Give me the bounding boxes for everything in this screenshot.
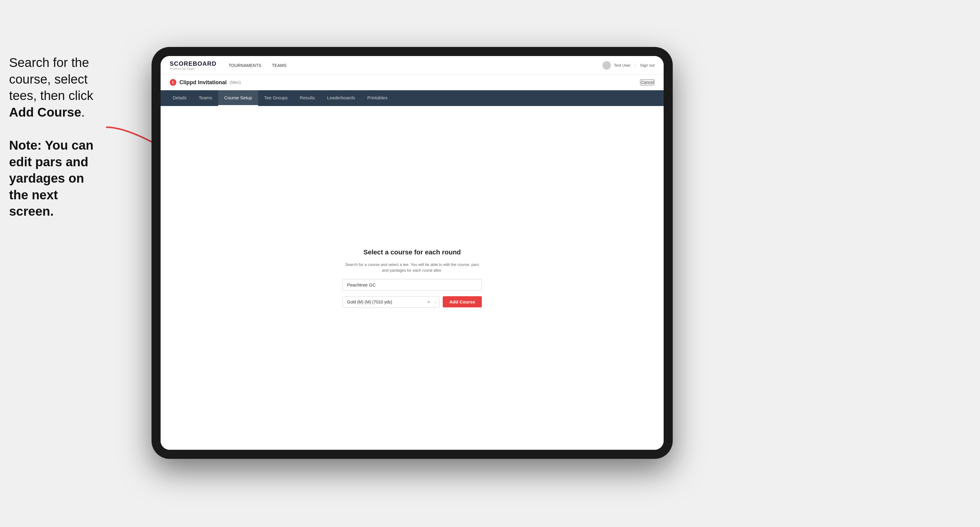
annotation-line1: Search for the course, select tees, then… xyxy=(9,56,93,103)
tab-results[interactable]: Results xyxy=(294,90,321,106)
tee-select[interactable]: Gold (M) (M) (7010 yds) Blue (M) (M) (68… xyxy=(342,296,440,308)
course-select-card: Select a course for each round Search fo… xyxy=(342,248,482,308)
add-course-button[interactable]: Add Course xyxy=(443,296,482,307)
logo-area: SCOREBOARD Powered by clippd xyxy=(170,60,216,70)
tab-tee-groups[interactable]: Tee Groups xyxy=(258,90,294,106)
main-content: Select a course for each round Search fo… xyxy=(161,106,663,450)
tab-teams[interactable]: Teams xyxy=(193,90,218,106)
nav-pipe: | xyxy=(635,63,636,68)
annotation-end: . xyxy=(81,105,85,119)
tee-chevron-icon: ⌄ xyxy=(434,300,437,304)
annotation-note: Note: You can edit pars and yardages on … xyxy=(9,138,93,218)
logo-sub: Powered by clippd xyxy=(170,67,216,70)
tee-select-row: Gold (M) (M) (7010 yds) Blue (M) (M) (68… xyxy=(342,296,482,308)
nav-teams[interactable]: TEAMS xyxy=(272,63,286,68)
top-nav: SCOREBOARD Powered by clippd TOURNAMENTS… xyxy=(161,56,663,75)
tournament-title: C Clippd Invitational (Men) xyxy=(170,79,241,86)
tee-select-wrapper: Gold (M) (M) (7010 yds) Blue (M) (M) (68… xyxy=(342,296,440,308)
tournament-icon: C xyxy=(170,79,177,86)
nav-tournaments[interactable]: TOURNAMENTS xyxy=(229,63,261,68)
annotation-text: Search for the course, select tees, then… xyxy=(9,54,97,220)
sign-out-link[interactable]: Sign out xyxy=(640,63,655,68)
cancel-button[interactable]: Cancel xyxy=(640,79,655,86)
tournament-header: C Clippd Invitational (Men) Cancel xyxy=(161,75,663,90)
user-name: Test User xyxy=(614,63,631,68)
tee-clear-icon[interactable]: ✕ xyxy=(427,300,431,305)
tab-printables[interactable]: Printables xyxy=(361,90,394,106)
card-description: Search for a course and select a tee. Yo… xyxy=(342,262,482,273)
logo-text: SCOREBOARD xyxy=(170,60,216,67)
annotation-bold: Add Course xyxy=(9,105,81,119)
tablet-screen: SCOREBOARD Powered by clippd TOURNAMENTS… xyxy=(161,56,663,450)
tab-leaderboards[interactable]: Leaderboards xyxy=(321,90,361,106)
card-title: Select a course for each round xyxy=(363,248,461,256)
tournament-gender: (Men) xyxy=(230,80,241,85)
tablet-frame: SCOREBOARD Powered by clippd TOURNAMENTS… xyxy=(151,47,673,459)
nav-links: TOURNAMENTS TEAMS xyxy=(229,63,603,68)
user-avatar xyxy=(603,61,611,70)
nav-right: Test User | Sign out xyxy=(603,61,655,70)
tournament-name: Clippd Invitational xyxy=(180,79,227,86)
tab-details[interactable]: Details xyxy=(167,90,193,106)
tab-course-setup[interactable]: Course Setup xyxy=(218,90,258,106)
course-search-input[interactable] xyxy=(342,279,482,291)
tab-nav: Details Teams Course Setup Tee Groups Re… xyxy=(161,90,663,106)
